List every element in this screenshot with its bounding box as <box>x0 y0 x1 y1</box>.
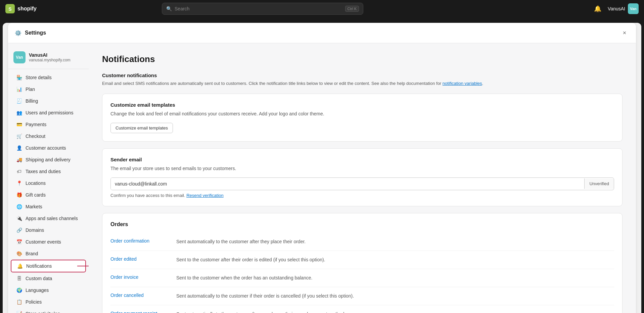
store-avatar: Van <box>13 51 26 63</box>
payments-icon: 💳 <box>16 121 22 127</box>
sidebar-item-label-apps-sales-channels: Apps and sales channels <box>26 216 78 221</box>
order-row-order-cancelled: Order cancelledSent automatically to the… <box>110 287 614 305</box>
logo-text: shopify <box>17 6 37 12</box>
sidebar-item-plan[interactable]: 📊Plan <box>11 84 86 95</box>
orders-card: Orders Order confirmationSent automatica… <box>102 213 623 313</box>
domains-icon: 🔗 <box>16 227 22 233</box>
sidebar-item-label-checkout: Checkout <box>26 134 45 139</box>
order-desc-order-edited: Sent to the customer after their order i… <box>176 256 325 263</box>
notifications-icon: 🔔 <box>17 263 23 269</box>
search-box[interactable]: 🔍 Search Ctrl K <box>162 3 363 15</box>
policies-icon: 📋 <box>16 299 22 305</box>
sidebar-item-payments[interactable]: 💳Payments <box>11 119 86 130</box>
locations-icon: 📍 <box>16 180 22 186</box>
store-details-icon: 🏪 <box>16 74 22 81</box>
sidebar-item-label-locations: Locations <box>26 180 46 186</box>
customize-email-button[interactable]: Customize email templates <box>110 123 173 133</box>
sidebar-item-users-permissions[interactable]: 👥Users and permissions <box>11 107 86 118</box>
order-link-order-cancelled[interactable]: Order cancelled <box>110 293 171 298</box>
customer-accounts-icon: 👤 <box>16 145 22 151</box>
arrow-line <box>77 266 89 266</box>
settings-title: Settings <box>25 30 616 36</box>
custom-data-icon: 🗄 <box>16 275 22 281</box>
sidebar-item-locations[interactable]: 📍Locations <box>11 177 86 189</box>
search-shortcut: Ctrl K <box>345 6 359 12</box>
sidebar-item-taxes-duties[interactable]: 🏷Taxes and duties <box>11 166 86 177</box>
sender-email-card: Sender email The email your store uses t… <box>102 148 623 206</box>
store-details: VanusAI vanusai.myshopify.com <box>29 52 71 62</box>
sidebar-item-customer-events[interactable]: 📅Customer events <box>11 236 86 248</box>
order-link-order-invoice[interactable]: Order invoice <box>110 274 171 280</box>
apps-sales-channels-icon: 🔌 <box>16 215 22 221</box>
sidebar-item-store-activity-log[interactable]: 📝Store activity log <box>11 308 86 313</box>
sidebar-item-label-customer-events: Customer events <box>26 239 61 245</box>
sidebar-item-custom-data[interactable]: 🗄Custom data <box>11 273 86 284</box>
customer-notifications-desc: Email and select SMS notifications are a… <box>102 80 623 87</box>
settings-sidebar: Van VanusAI vanusai.myshopify.com 🏪Store… <box>8 43 89 313</box>
close-icon: × <box>623 30 627 37</box>
sidebar-item-apps-sales-channels[interactable]: 🔌Apps and sales channels <box>11 213 86 224</box>
arrow-annotation: 4 <box>77 261 89 271</box>
order-row-order-invoice: Order invoiceSent to the customer when t… <box>110 269 614 287</box>
sidebar-item-label-billing: Billing <box>26 98 38 104</box>
sidebar-item-label-custom-data: Custom data <box>26 276 52 281</box>
search-container: 🔍 Search Ctrl K <box>162 3 363 15</box>
sidebar-item-languages[interactable]: 🌍Languages <box>11 284 86 296</box>
customize-email-card: Customize email templates Change the loo… <box>102 94 623 142</box>
order-link-order-payment-receipt[interactable]: Order payment receipt <box>110 311 171 313</box>
order-link-order-confirmation[interactable]: Order confirmation <box>110 238 171 244</box>
sidebar-item-checkout[interactable]: 🛒Checkout <box>11 131 86 142</box>
order-row-order-confirmation: Order confirmationSent automatically to … <box>110 233 614 251</box>
gift-cards-icon: 🎁 <box>16 192 22 198</box>
email-input-row: Unverified <box>110 177 614 190</box>
sidebar-item-customer-accounts[interactable]: 👤Customer accounts <box>11 142 86 154</box>
sidebar-item-brand[interactable]: 🎨Brand <box>11 248 86 259</box>
sidebar-item-label-markets: Markets <box>26 204 42 209</box>
notifications-bell-button[interactable]: 🔔 <box>592 3 604 15</box>
sidebar-item-markets[interactable]: 🌐Markets <box>11 201 86 212</box>
orders-heading: Orders <box>110 221 614 227</box>
sidebar-item-domains[interactable]: 🔗Domains <box>11 224 86 236</box>
sidebar-item-gift-cards[interactable]: 🎁Gift cards <box>11 189 86 201</box>
brand-icon: 🎨 <box>16 251 22 257</box>
resend-verification-link[interactable]: Resend verification <box>186 193 224 198</box>
settings-close-button[interactable]: × <box>620 28 629 38</box>
languages-icon: 🌍 <box>16 287 22 293</box>
sidebar-item-notifications[interactable]: 🔔Notifications4 <box>11 260 86 272</box>
sidebar-item-label-gift-cards: Gift cards <box>26 192 46 198</box>
verify-link-text: Confirm you have access to this email. R… <box>110 193 614 198</box>
sidebar-item-label-domains: Domains <box>26 227 44 233</box>
customize-email-desc: Change the look and feel of email notifi… <box>110 110 614 117</box>
sidebar-item-label-plan: Plan <box>26 87 35 92</box>
store-activity-log-icon: 📝 <box>16 311 22 313</box>
customer-notifications-heading: Customer notifications <box>102 72 623 78</box>
markets-icon: 🌐 <box>16 204 22 210</box>
sidebar-item-label-taxes-duties: Taxes and duties <box>26 169 61 174</box>
store-url: vanusai.myshopify.com <box>29 58 71 62</box>
shopify-logo: S shopify <box>5 4 46 13</box>
order-row-order-edited: Order editedSent to the customer after t… <box>110 251 614 269</box>
customer-events-icon: 📅 <box>16 239 22 245</box>
users-permissions-icon: 👥 <box>16 110 22 116</box>
sidebar-item-store-details[interactable]: 🏪Store details <box>11 72 86 83</box>
sidebar-item-policies[interactable]: 📋Policies <box>11 296 86 308</box>
bell-icon: 🔔 <box>594 5 601 12</box>
content-area: Notifications Customer notifications Ema… <box>89 43 636 313</box>
sidebar-item-billing[interactable]: 🧾Billing <box>11 95 86 107</box>
store-info: Van VanusAI vanusai.myshopify.com <box>8 49 89 69</box>
order-desc-order-cancelled: Sent automatically to the customer if th… <box>176 293 354 300</box>
unverified-badge: Unverified <box>584 178 614 189</box>
checkout-icon: 🛒 <box>16 133 22 139</box>
sidebar-item-label-policies: Policies <box>26 299 42 305</box>
nav-list: 🏪Store details📊Plan🧾Billing👥Users and pe… <box>8 72 89 313</box>
sidebar-item-shipping-delivery[interactable]: 🚚Shipping and delivery <box>11 154 86 165</box>
order-link-order-edited[interactable]: Order edited <box>110 256 171 262</box>
user-menu-button[interactable]: VanusAI Van <box>608 3 639 14</box>
order-desc-order-payment-receipt: Sent automatically to the customer after… <box>176 311 346 313</box>
notification-variables-link[interactable]: notification variables <box>443 81 482 86</box>
orders-list: Order confirmationSent automatically to … <box>110 233 614 313</box>
taxes-duties-icon: 🏷 <box>16 168 22 174</box>
sender-email-desc: The email your store uses to send emails… <box>110 165 614 172</box>
sender-email-input[interactable] <box>111 178 584 190</box>
sidebar-item-label-payments: Payments <box>26 122 46 127</box>
